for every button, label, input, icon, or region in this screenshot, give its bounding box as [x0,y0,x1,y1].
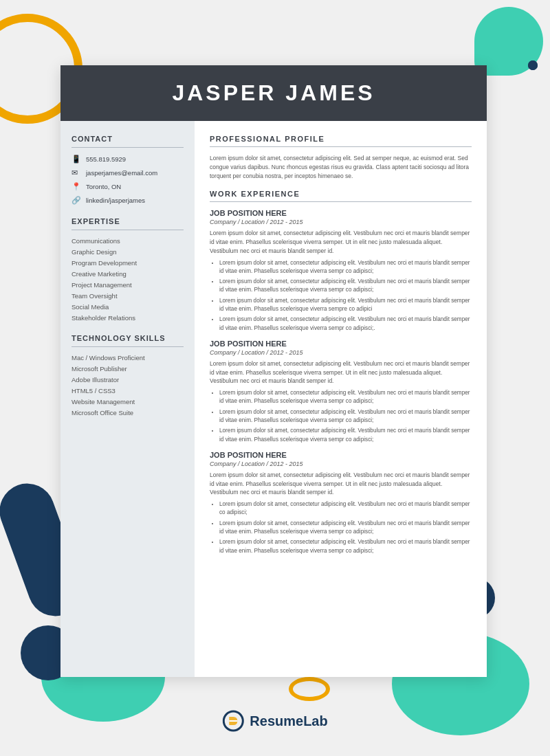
contact-email: ✉ jasperjames@email.com [72,168,184,177]
bullet-item: Lorem ipsum dolor sit amet, consectetur … [219,427,472,444]
resume-main: PROFESSIONAL PROFILE Lorem ipsum dolor s… [195,121,487,677]
expertise-item: Graphic Design [72,248,184,256]
bullet-item: Lorem ipsum dolor sit amet, consectetur … [219,315,472,333]
contact-location: 📍 Toronto, ON [72,182,184,191]
resumelab-logo: ResumeLab [222,710,327,732]
tech-item: Mac / Windows Proficient [72,354,184,362]
contact-title: CONTACT [72,135,184,143]
resumelab-logo-icon [222,710,244,732]
contact-section: CONTACT 📱 555.819.5929 ✉ jasperjames@ema… [72,135,184,205]
contact-divider [72,147,184,148]
bullet-item: Lorem ipsum dolor sit amet, consectetur … [219,520,472,537]
work-experience-section: WORK EXPERIENCE JOB POSITION HERE Compan… [210,190,472,555]
job-1-title: JOB POSITION HERE [210,209,472,217]
profile-divider [210,146,472,147]
bullet-item: Lorem ipsum dolor sit amet, consectetur … [219,500,472,518]
bullet-item: Lorem ipsum dolor sit amet, consectetur … [219,389,472,406]
job-2: JOB POSITION HERE Company / Location / 2… [210,340,472,444]
job-1-desc: Lorem ipsum dolor sit amet, consectetur … [210,229,472,255]
profile-section: PROFESSIONAL PROFILE Lorem ipsum dolor s… [210,135,472,180]
resume-sidebar: CONTACT 📱 555.819.5929 ✉ jasperjames@ema… [60,121,195,677]
expertise-item: Team Oversight [72,292,184,300]
yellow-oval-decoration [289,677,330,701]
job-2-bullets: Lorem ipsum dolor sit amet, consectetur … [219,389,472,444]
location-text: Toronto, ON [86,183,121,190]
tech-section: TECHNOLOGY SKILLS Mac / Windows Proficie… [72,334,184,416]
contact-phone: 📱 555.819.5929 [72,155,184,164]
linkedin-icon: 🔗 [72,196,81,205]
tech-item: Adobe Illustrator [72,376,184,383]
expertise-item: Program Development [72,259,184,267]
linkedin-text: linkedin/jasperjames [86,197,145,204]
candidate-name: JASPER JAMES [81,80,466,106]
expertise-item: Creative Marketing [72,270,184,278]
tech-item: HTML5 / CSS3 [72,387,184,394]
expertise-divider [72,230,184,230]
phone-icon: 📱 [72,155,81,164]
tech-item: Microsoft Publisher [72,365,184,373]
job-2-subtitle: Company / Location / 2012 - 2015 [210,349,472,356]
resumelab-text: ResumeLab [250,713,327,729]
tech-title: TECHNOLOGY SKILLS [72,334,184,342]
job-1: JOB POSITION HERE Company / Location / 2… [210,209,472,333]
resume-header: JASPER JAMES [60,65,487,121]
tech-item: Microsoft Office Suite [72,409,184,416]
expertise-item: Social Media [72,303,184,311]
bullet-item: Lorem ipsum dolor sit amet, consectetur … [219,297,472,314]
contact-linkedin: 🔗 linkedin/jasperjames [72,196,184,205]
job-3-desc: Lorem ipsum dolor sit amet, consectetur … [210,471,472,497]
work-divider [210,201,472,202]
tech-divider [72,346,184,347]
job-1-bullets: Lorem ipsum dolor sit amet, consectetur … [219,259,472,333]
bullet-item: Lorem ipsum dolor sit amet, consectetur … [219,278,472,295]
expertise-item: Stakeholder Relations [72,314,184,322]
logo-text-regular: Resume [250,713,303,729]
email-icon: ✉ [72,168,81,177]
job-3-subtitle: Company / Location / 2012 - 2015 [210,460,472,467]
job-3-bullets: Lorem ipsum dolor sit amet, consectetur … [219,500,472,555]
bullet-item: Lorem ipsum dolor sit amet, consectetur … [219,538,472,555]
profile-section-title: PROFESSIONAL PROFILE [210,135,472,143]
resume-document: JASPER JAMES CONTACT 📱 555.819.5929 ✉ ja… [60,65,487,677]
job-3: JOB POSITION HERE Company / Location / 2… [210,451,472,555]
location-icon: 📍 [72,182,81,191]
resume-body: CONTACT 📱 555.819.5929 ✉ jasperjames@ema… [60,121,487,677]
job-1-subtitle: Company / Location / 2012 - 2015 [210,219,472,225]
logo-text-bold: Lab [303,713,328,729]
expertise-title: EXPERTISE [72,217,184,225]
work-section-title: WORK EXPERIENCE [210,190,472,198]
phone-text: 555.819.5929 [86,155,126,163]
email-text: jasperjames@email.com [86,169,157,177]
profile-text: Lorem ipsum dolor sit amet, consectetur … [210,154,472,180]
expertise-item: Project Management [72,281,184,289]
bullet-item: Lorem ipsum dolor sit amet, consectetur … [219,259,472,276]
job-2-title: JOB POSITION HERE [210,340,472,348]
tech-item: Website Management [72,398,184,405]
bullet-item: Lorem ipsum dolor sit amet, consectetur … [219,408,472,425]
expertise-item: Communications [72,237,184,245]
job-2-desc: Lorem ipsum dolor sit amet, consectetur … [210,359,472,386]
job-3-title: JOB POSITION HERE [210,451,472,459]
expertise-section: EXPERTISE Communications Graphic Design … [72,217,184,322]
